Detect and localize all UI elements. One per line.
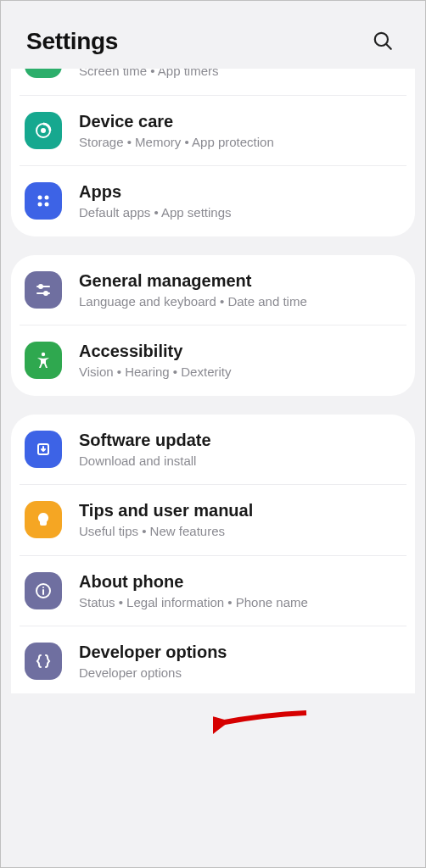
item-subtitle: Vision • Hearing • Dexterity (79, 364, 398, 381)
settings-group: General management Language and keyboard… (11, 255, 415, 396)
item-subtitle: Developer options (79, 665, 398, 682)
settings-item-devopts[interactable]: Developer options Developer options (20, 626, 406, 688)
item-subtitle: Download and install (79, 453, 398, 470)
item-subtitle: Language and keyboard • Date and time (79, 293, 398, 310)
item-title: Developer options (79, 642, 398, 663)
settings-item-tips[interactable]: Tips and user manual Useful tips • New f… (20, 484, 406, 555)
settings-item-devicecare[interactable]: Device care Storage • Memory • App prote… (20, 95, 406, 166)
annotation-arrow (213, 706, 315, 740)
svg-point-7 (45, 203, 49, 207)
update-icon (25, 431, 62, 468)
svg-point-6 (38, 203, 42, 207)
item-title: General management (79, 270, 398, 292)
search-button[interactable] (366, 25, 400, 58)
braces-icon (25, 643, 62, 680)
info-icon (25, 572, 62, 609)
settings-item-swupdate[interactable]: Software update Download and install (20, 415, 406, 485)
svg-point-3 (41, 128, 46, 133)
bulb-icon (25, 501, 62, 538)
item-subtitle: Default apps • App settings (79, 204, 398, 221)
item-subtitle: Status • Legal information • Phone name (79, 594, 398, 611)
settings-header: Settings (1, 1, 425, 74)
item-title: Tips and user manual (79, 500, 398, 521)
settings-item-accessibility[interactable]: Accessibility Vision • Hearing • Dexteri… (20, 325, 406, 396)
sliders-icon (25, 271, 62, 309)
page-title: Settings (26, 28, 118, 55)
devicecare-icon (25, 112, 62, 149)
settings-group: Controls Screen time • App timers Device… (11, 69, 415, 236)
item-subtitle: Screen time • App timers (79, 69, 398, 80)
settings-item-about[interactable]: About phone Status • Legal information •… (20, 555, 406, 626)
hourglass-icon (25, 69, 62, 78)
item-title: Apps (79, 181, 398, 203)
svg-point-12 (42, 353, 45, 356)
svg-point-16 (42, 587, 44, 588)
item-subtitle: Useful tips • New features (79, 523, 398, 540)
item-subtitle: Storage • Memory • App protection (79, 134, 398, 151)
svg-point-9 (39, 285, 42, 288)
settings-group: Software update Download and install Tip… (11, 415, 415, 693)
search-icon (372, 30, 394, 54)
item-title: About phone (79, 571, 398, 593)
item-title: Software update (79, 430, 398, 451)
settings-item-apps[interactable]: Apps Default apps • App settings (20, 165, 406, 236)
apps-icon (25, 182, 62, 220)
item-title: Device care (79, 111, 398, 132)
settings-item-controls[interactable]: Controls Screen time • App timers (20, 69, 406, 95)
svg-point-5 (45, 196, 49, 200)
item-title: Accessibility (79, 341, 398, 362)
accessibility-icon (25, 342, 62, 379)
svg-point-11 (44, 292, 48, 295)
svg-line-1 (386, 44, 390, 48)
svg-point-4 (38, 196, 42, 200)
settings-item-general[interactable]: General management Language and keyboard… (20, 255, 406, 326)
